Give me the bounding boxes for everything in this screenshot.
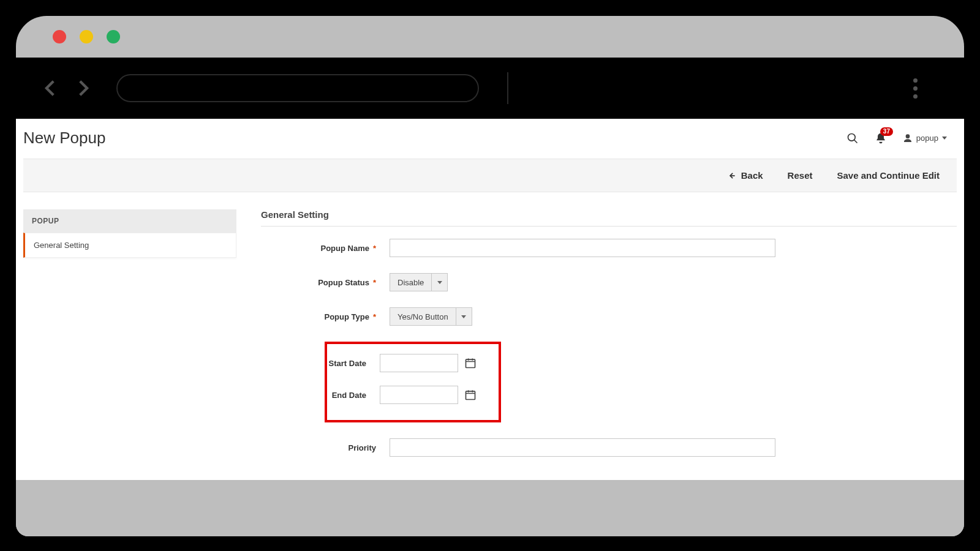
sidebar: POPUP General Setting: [23, 209, 236, 473]
priority-input[interactable]: [390, 438, 775, 457]
search-icon[interactable]: [846, 132, 859, 144]
user-label: popup: [916, 133, 938, 143]
window-titlebar: [16, 16, 964, 58]
calendar-icon[interactable]: [464, 389, 477, 401]
svg-point-0: [848, 133, 855, 141]
chevron-down-icon: [456, 308, 472, 325]
svg-rect-1: [466, 359, 475, 367]
window-close-icon[interactable]: [53, 30, 66, 43]
app-viewport: New Popup 37 popup Back: [16, 119, 964, 480]
svg-rect-2: [466, 391, 475, 399]
section-title: General Setting: [261, 209, 957, 227]
row-popup-type: Popup Type* Yes/No Button: [261, 307, 957, 326]
row-popup-status: Popup Status* Disable: [261, 273, 957, 291]
browser-bottom-chrome: [16, 480, 964, 536]
popup-type-select[interactable]: Yes/No Button: [390, 307, 472, 326]
window-zoom-icon[interactable]: [107, 30, 120, 43]
row-end-date: End Date: [327, 386, 486, 404]
reset-button[interactable]: Reset: [788, 170, 813, 181]
row-start-date: Start Date: [327, 354, 486, 372]
popup-name-input[interactable]: [390, 239, 775, 257]
notifications-badge: 37: [880, 127, 893, 136]
date-range-highlight: Start Date End Date: [325, 342, 501, 422]
browser-forward-button[interactable]: [72, 78, 93, 99]
label-popup-status: Popup Status*: [261, 278, 381, 287]
row-popup-name: Popup Name*: [261, 239, 957, 257]
label-start-date: Start Date: [327, 359, 371, 368]
label-end-date: End Date: [327, 391, 371, 400]
chevron-down-icon: [942, 137, 947, 140]
label-priority: Priority: [261, 443, 381, 452]
browser-menu-button[interactable]: [903, 78, 927, 99]
notifications-icon[interactable]: 37: [875, 132, 887, 144]
label-popup-name: Popup Name*: [261, 244, 381, 253]
page-title: New Popup: [23, 129, 105, 148]
main-panel: General Setting Popup Name* Popup Status…: [261, 209, 957, 473]
back-button[interactable]: Back: [728, 170, 763, 181]
window-minimize-icon[interactable]: [80, 30, 93, 43]
user-icon: [903, 133, 913, 143]
chevron-down-icon: [431, 274, 447, 291]
toolbar-separator: [507, 72, 508, 104]
end-date-input[interactable]: [380, 386, 458, 404]
sidebar-item-general-setting[interactable]: General Setting: [23, 233, 236, 258]
browser-toolbar: [16, 58, 964, 119]
arrow-left-icon: [728, 171, 736, 180]
sidebar-group-header: POPUP: [23, 209, 236, 233]
action-bar: Back Reset Save and Continue Edit: [23, 159, 957, 192]
save-continue-button[interactable]: Save and Continue Edit: [837, 170, 940, 181]
start-date-input[interactable]: [380, 354, 458, 372]
label-popup-type: Popup Type*: [261, 312, 381, 321]
page-header: New Popup 37 popup: [16, 119, 964, 159]
user-menu[interactable]: popup: [903, 133, 947, 143]
browser-mockup-frame: New Popup 37 popup Back: [16, 16, 964, 536]
popup-status-select[interactable]: Disable: [390, 273, 448, 291]
calendar-icon[interactable]: [464, 357, 477, 369]
browser-back-button[interactable]: [40, 78, 61, 99]
url-bar[interactable]: [116, 74, 479, 102]
row-priority: Priority: [261, 438, 957, 457]
